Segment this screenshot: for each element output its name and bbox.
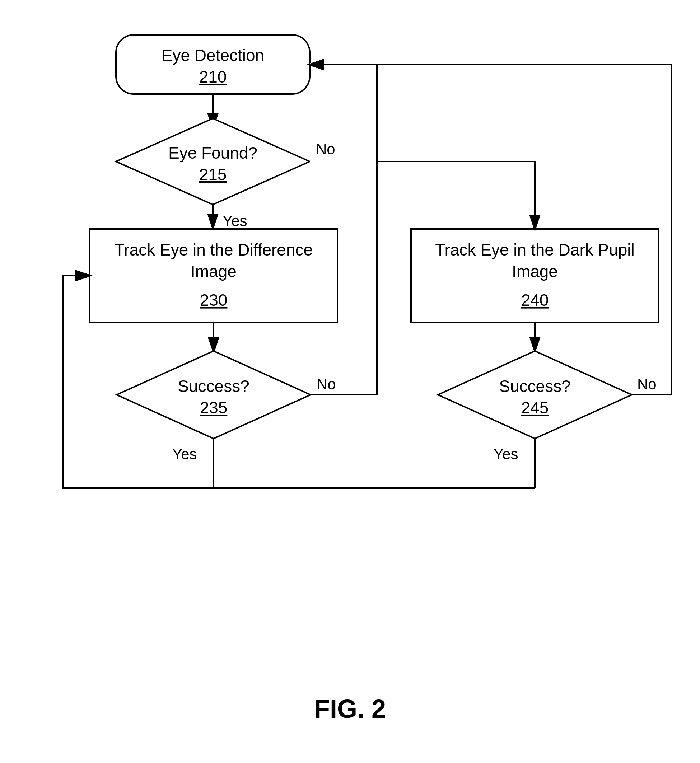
eye-detection-label: Eye Detection (161, 46, 264, 65)
no-label-1: No (316, 141, 335, 158)
no-label-3: No (637, 376, 656, 393)
track-dark-pupil-label1: Track Eye in the Dark Pupil (435, 240, 635, 259)
figure-label: FIG. 2 (314, 694, 386, 723)
success-245-id: 245 (521, 398, 549, 417)
success-235-id: 235 (200, 398, 228, 417)
no-label-2: No (317, 376, 336, 393)
success-245-label: Success? (499, 377, 570, 395)
yes-label-3: Yes (494, 446, 518, 463)
svg-rect-8 (310, 160, 378, 163)
track-dark-pupil-id: 240 (521, 291, 549, 309)
track-difference-label2: Image (191, 262, 237, 281)
track-difference-label1: Track Eye in the Difference (114, 240, 312, 259)
eye-found-label: Eye Found? (168, 144, 257, 162)
yes-label-2: Yes (172, 446, 197, 463)
yes-label-1: Yes (223, 212, 247, 229)
eye-detection-id: 210 (199, 67, 227, 86)
track-difference-id: 230 (200, 291, 228, 309)
success-235-label: Success? (178, 377, 249, 395)
eye-found-id: 215 (199, 165, 227, 184)
track-dark-pupil-label2: Image (512, 262, 558, 281)
